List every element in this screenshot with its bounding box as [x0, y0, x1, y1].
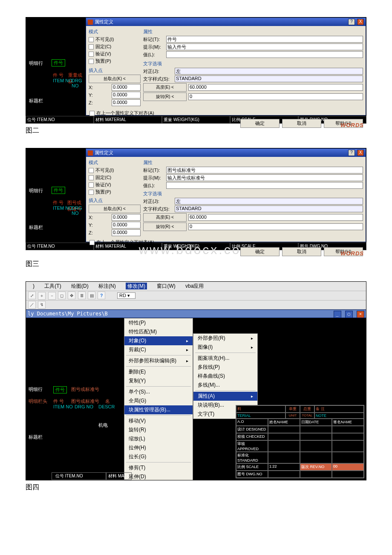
menu-modify[interactable]: 修改(M) — [126, 283, 147, 289]
y-label: Y: — [89, 92, 110, 98]
rotate-input[interactable]: 0 — [188, 93, 363, 100]
ok-button[interactable]: 确定 — [240, 119, 280, 128]
justify-select[interactable]: 左 — [175, 198, 363, 205]
menu-item-lengthen[interactable]: 拉长(G) — [124, 452, 193, 461]
verify-checkbox[interactable]: 验证(V) — [89, 50, 141, 58]
submenu-pline[interactable]: 多段线(P) — [193, 363, 257, 372]
menu-annot[interactable]: 标注(N) — [98, 283, 116, 289]
menu-item-matchprops[interactable]: 特性匹配(M) — [124, 327, 193, 336]
submenu-image[interactable]: 图像(I) — [193, 343, 257, 352]
height-button[interactable]: 高度(E) < — [143, 83, 187, 92]
rotate-input[interactable]: 0 — [188, 223, 363, 230]
canvas-drgno: DRG NO — [75, 404, 93, 409]
z-input[interactable]: 0.0000 — [112, 229, 141, 236]
x-input[interactable]: 0.0000 — [112, 214, 141, 221]
cancel-button[interactable]: 取消 — [282, 247, 321, 256]
layers-icon[interactable]: ≣ — [78, 292, 86, 299]
fixed-checkbox[interactable]: 固定(C) — [89, 43, 141, 50]
submenu-hatch[interactable]: 图案填充(H)... — [193, 354, 257, 363]
submenu-mline[interactable]: 多线(M)... — [193, 381, 257, 390]
menu-item-clip[interactable]: 剪裁(C) — [124, 345, 193, 354]
help-button[interactable]: ? — [348, 150, 355, 156]
document-path: ly Documents\My Pictures\B _ ▢ × — [26, 309, 366, 318]
menu-item-props[interactable]: 特性(P) — [124, 318, 193, 327]
style-select[interactable]: STANDARD — [175, 205, 363, 212]
min-icon[interactable]: _ — [334, 311, 341, 318]
rotate-button[interactable]: 旋转(R) < — [143, 92, 187, 101]
prompt-input[interactable]: 输入件号 — [166, 43, 363, 50]
menu-item-extend[interactable]: 延伸(D) — [124, 472, 193, 480]
tb-h2: 姓名NAME — [268, 419, 300, 426]
fixed-checkbox[interactable]: 固定(C) — [89, 174, 141, 181]
menu-item-trim[interactable]: 修剪(T) — [124, 463, 193, 472]
pick-point-button[interactable]: 拾取点(K) < — [89, 75, 141, 83]
tb-total-en: TOTAL — [300, 413, 314, 419]
menu-item-copy[interactable]: 复制(Y) — [124, 376, 193, 385]
rotate-button[interactable]: 旋转(R) < — [143, 223, 187, 231]
menu-item-global[interactable]: 全局(G) — [124, 396, 193, 405]
align-prev-checkbox[interactable]: 在上一个属性定义下对齐(A) — [89, 110, 362, 117]
help-button2[interactable]: 帮助(H) — [324, 119, 363, 128]
height-input[interactable]: 60.0000 — [188, 214, 363, 221]
menu-item-delete[interactable]: 删除(E) — [124, 367, 193, 376]
justify-select[interactable]: 左 — [175, 68, 363, 75]
height-input[interactable]: 60.0000 — [188, 84, 363, 91]
tb-totalw: 总重 — [300, 405, 314, 413]
value-input[interactable] — [166, 51, 363, 58]
menu-item-rotate[interactable]: 旋转(R) — [124, 425, 193, 434]
y-input[interactable]: 0.0000 — [112, 92, 141, 98]
help-button[interactable]: ? — [348, 19, 355, 25]
menu-item-single[interactable]: 单个(S)... — [124, 387, 193, 396]
max-icon[interactable]: ▢ — [345, 311, 353, 318]
menu-item-blockattrmgr[interactable]: 块属性管理器(B)... — [124, 405, 193, 414]
label-detail-row: 明细行 — [28, 187, 44, 195]
y-input[interactable]: 0.0000 — [112, 222, 141, 228]
close-button[interactable]: X — [357, 150, 364, 156]
style-select[interactable]: STANDARD — [175, 75, 363, 82]
pick-point-button[interactable]: 拾取点(K) < — [89, 205, 141, 213]
preset-checkbox[interactable]: 预置(P) — [89, 58, 141, 65]
menu-tools[interactable]: 工具(T) — [44, 283, 61, 289]
help-button2[interactable]: 帮助(H) — [324, 247, 363, 256]
zoom-out-icon[interactable]: － — [48, 292, 56, 300]
props-icon[interactable]: ▤ — [88, 292, 95, 299]
menu-item-scale[interactable]: 缩放(L) — [124, 434, 193, 443]
menu-vba[interactable]: vba应用 — [185, 283, 204, 289]
z-input[interactable]: 0.0000 — [112, 99, 141, 106]
tag-input[interactable]: 件号 — [166, 36, 363, 43]
zoom-in-icon[interactable]: ＋ — [38, 292, 46, 300]
close-button[interactable]: X — [357, 19, 364, 25]
menu-item-object[interactable]: 对象(O) — [124, 336, 193, 345]
submenu-spline[interactable]: 样条曲线(S) — [193, 372, 257, 381]
preset-checkbox[interactable]: 预置(P) — [89, 188, 141, 196]
menu-item-move[interactable]: 移动(V) — [124, 416, 193, 425]
help-icon[interactable]: ? — [98, 292, 105, 299]
layer-select[interactable]: RD ▾ — [117, 292, 135, 299]
pan-icon[interactable]: ✥ — [68, 292, 75, 299]
x-input[interactable]: 0.0000 — [112, 84, 141, 91]
prompt-input[interactable]: 输入图号或标准号 — [166, 174, 363, 181]
verify-checkbox[interactable]: 验证(V) — [89, 181, 141, 188]
tag-input[interactable]: 图号或标准号 — [166, 167, 363, 173]
invisible-checkbox[interactable]: 不可见(I) — [89, 36, 141, 43]
menu-draw[interactable]: 绘图(D) — [71, 283, 89, 289]
zoom-window-icon[interactable]: ◻ — [58, 292, 66, 299]
cancel-button[interactable]: 取消 — [282, 119, 321, 128]
close-icon[interactable]: × — [357, 311, 364, 318]
line-icon[interactable]: ／ — [28, 301, 36, 309]
height-button[interactable]: 高度(E) < — [143, 213, 187, 222]
figure-3: 明细行 件号 件 号 图号或标准号 ITEM NO DRG NO 标题栏 属性定… — [26, 148, 366, 269]
style-label: 文字样式(S): — [143, 206, 173, 212]
canvas-org: 机电 — [98, 422, 108, 428]
invisible-checkbox[interactable]: 不可见(I) — [89, 167, 141, 174]
menu-item-xrefblock[interactable]: 外部参照和块编辑(B) — [124, 356, 193, 365]
ok-button[interactable]: 确定 — [240, 247, 280, 256]
align-prev-checkbox[interactable]: 在上一个属性定义下对齐(A) — [89, 239, 362, 246]
zoom-extents-icon[interactable]: ⤢ — [28, 292, 36, 299]
menu-item-stretch[interactable]: 拉伸(H) — [124, 443, 193, 452]
menu-window[interactable]: 窗口(W) — [157, 283, 175, 289]
submenu-attr[interactable]: 属性(A) — [193, 392, 257, 401]
poly-icon[interactable]: ↯ — [38, 301, 46, 309]
value-input[interactable] — [166, 182, 363, 189]
submenu-xref[interactable]: 外部参照(R) — [193, 334, 257, 343]
